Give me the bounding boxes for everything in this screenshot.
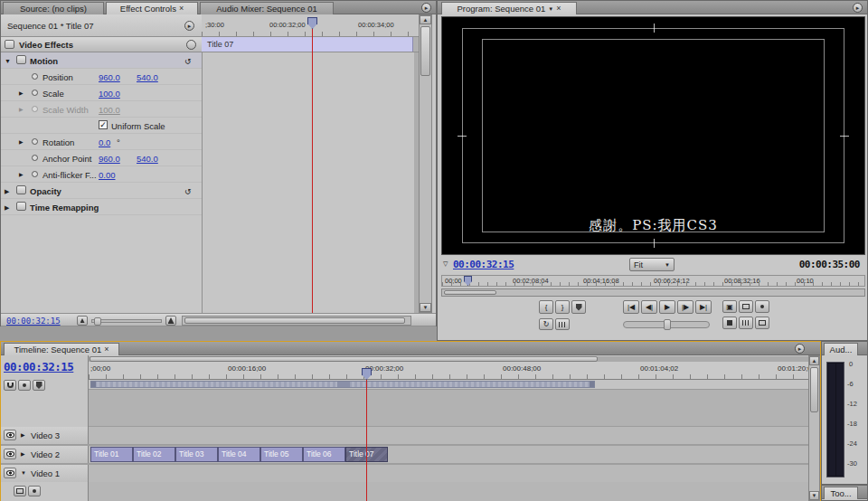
zoom-slider[interactable] (91, 319, 162, 323)
timeline-clip[interactable]: Title 05 (260, 447, 303, 462)
snap-button[interactable] (4, 380, 16, 391)
timeline-vscrollbar[interactable]: ▲ ▼ (808, 355, 820, 501)
work-area-center-grip[interactable] (337, 382, 350, 387)
expand-triangle-icon[interactable]: ▶ (5, 204, 9, 211)
mini-clip[interactable]: Title 07 (202, 37, 413, 52)
property-value[interactable]: 960.0 (99, 154, 120, 164)
toggle-track-output-button[interactable] (4, 468, 16, 478)
mini-playhead-line[interactable] (312, 29, 313, 313)
effect-row-opacity[interactable]: ▶ Opacity ↺ (1, 183, 202, 199)
property-value[interactable]: 540.0 (137, 154, 158, 164)
zoom-in-button[interactable] (165, 316, 176, 326)
program-time-ruler[interactable]: 00;00 00:02;08;04 00:04;16;08 00:06;24;1… (441, 275, 865, 287)
output-button[interactable] (739, 300, 753, 313)
set-encore-chapter-button[interactable] (18, 380, 31, 391)
zoom-out-button[interactable] (77, 316, 88, 326)
play-button[interactable]: ▶ (659, 300, 675, 314)
toggle-animation-icon[interactable] (32, 90, 38, 96)
effect-mini-timeline[interactable] (202, 52, 419, 313)
program-current-timecode[interactable]: 00:00:32:15 (453, 259, 514, 270)
chevron-down-icon[interactable]: ▼ (548, 6, 553, 12)
timeline-clip[interactable]: Title 03 (175, 447, 218, 462)
step-back-button[interactable]: ◀| (641, 300, 657, 314)
collapse-track-icon[interactable]: ▼ (21, 470, 26, 476)
toggle-animation-icon[interactable] (32, 73, 38, 80)
toggle-animation-icon[interactable] (32, 138, 38, 145)
panel-menu-icon[interactable]: ▸ (421, 3, 431, 13)
toggle-track-output-button[interactable] (4, 430, 16, 440)
go-to-in-button[interactable]: |◀ (623, 300, 639, 314)
timeline-clip[interactable]: Title 01 (90, 447, 133, 462)
scroll-thumb[interactable] (810, 367, 818, 412)
set-unnumbered-marker-button[interactable] (33, 380, 45, 391)
effect-row-motion[interactable]: ▼ Motion ↺ (1, 52, 202, 69)
reset-effect-icon[interactable]: ↺ (184, 188, 192, 196)
toggle-animation-icon[interactable] (32, 155, 38, 161)
close-icon[interactable]: × (179, 5, 184, 13)
property-value[interactable]: 540.0 (137, 72, 158, 82)
timeline-clip[interactable]: Title 06 (303, 447, 345, 462)
timeline-clip[interactable]: Title 02 (133, 447, 175, 462)
set-in-point-button[interactable]: { (539, 300, 553, 314)
program-zoom-bar[interactable] (441, 288, 865, 297)
set-marker-button[interactable] (571, 300, 586, 314)
expand-track-icon[interactable]: ▶ (21, 451, 25, 457)
marker-dropdown-icon[interactable]: ▽ (443, 260, 448, 267)
set-display-style-button[interactable] (14, 486, 26, 496)
scroll-thumb[interactable] (184, 317, 405, 324)
tab-audio-mixer[interactable]: Audio Mixer: Sequence 01 (200, 2, 334, 14)
tab-timeline[interactable]: Timeline: Sequence 01 × (4, 343, 119, 355)
timeline-time-ruler[interactable]: ;00;00 00:00:16;00 00:00:32;00 00:00:48;… (89, 362, 808, 380)
tab-effect-controls[interactable]: Effect Controls× (106, 2, 198, 14)
property-value[interactable]: 960.0 (99, 72, 120, 82)
reset-effect-icon[interactable]: ↺ (184, 58, 192, 66)
expand-triangle-icon[interactable]: ▶ (19, 90, 24, 96)
uniform-scale-checkbox[interactable]: ✓ (99, 120, 108, 129)
loop-button[interactable]: ↻ (539, 318, 553, 330)
scroll-thumb[interactable] (444, 290, 496, 295)
set-out-point-button[interactable]: } (555, 300, 570, 314)
timeline-current-timecode[interactable]: 00:00:32:15 (4, 360, 73, 373)
effect-row-time-remapping[interactable]: ▶ Time Remapping (1, 199, 202, 215)
show-keyframes-button[interactable] (28, 486, 41, 496)
effect-controls-hscrollbar[interactable] (182, 316, 411, 326)
shuttle-thumb[interactable] (664, 319, 671, 330)
expand-triangle-icon[interactable]: ▼ (5, 58, 11, 64)
shuttle-slider[interactable] (623, 321, 710, 328)
property-value[interactable]: 0.0 (99, 137, 110, 147)
lift-button[interactable] (722, 317, 737, 329)
multi-camera-button[interactable] (755, 300, 769, 313)
scroll-down-icon[interactable]: ▼ (420, 303, 431, 312)
scroll-up-icon[interactable]: ▲ (809, 356, 819, 365)
property-value[interactable]: 100.0 (99, 89, 120, 99)
effect-controls-vscrollbar[interactable]: ▲ ▼ (419, 14, 432, 313)
property-value[interactable]: 0.00 (99, 170, 116, 180)
toggle-track-output-button[interactable] (4, 449, 16, 459)
work-area-end-handle[interactable] (590, 382, 594, 387)
safe-margins-button[interactable]: ▣ (722, 300, 737, 313)
scroll-down-icon[interactable]: ▼ (809, 491, 819, 500)
collapse-panel-icon[interactable]: ▸ (184, 21, 194, 31)
expand-triangle-icon[interactable]: ▶ (19, 139, 24, 145)
expand-track-icon[interactable]: ▶ (21, 432, 25, 438)
fit-dropdown[interactable]: Fit ▼ (629, 258, 675, 271)
track-content[interactable]: Title 01 Title 02 Title 03 Title 04 Titl… (89, 446, 808, 463)
toggle-animation-icon[interactable] (32, 171, 38, 177)
tab-program[interactable]: Program: Sequence 01 ▼ × (441, 2, 577, 14)
toggle-effects-icon[interactable] (186, 40, 196, 50)
go-to-out-button[interactable]: ▶| (695, 300, 712, 314)
step-forward-button[interactable]: |▶ (677, 300, 693, 314)
work-area-bar[interactable] (90, 381, 595, 388)
tab-source[interactable]: Source: (no clips) (3, 2, 104, 14)
scroll-up-icon[interactable]: ▲ (420, 15, 431, 24)
effect-controls-timecode[interactable]: 00:00:32:15 (6, 317, 61, 326)
play-in-to-out-button[interactable] (555, 318, 570, 330)
work-area-start-handle[interactable] (91, 382, 96, 387)
timeline-playhead-line[interactable] (366, 380, 367, 501)
expand-triangle-icon[interactable]: ▶ (5, 188, 9, 194)
expand-triangle-icon[interactable]: ▶ (19, 107, 24, 112)
extract-button[interactable] (739, 317, 753, 329)
tab-audio-master[interactable]: Aud... (824, 343, 858, 355)
track-content[interactable] (89, 427, 808, 444)
zoom-slider-thumb[interactable] (94, 317, 101, 326)
